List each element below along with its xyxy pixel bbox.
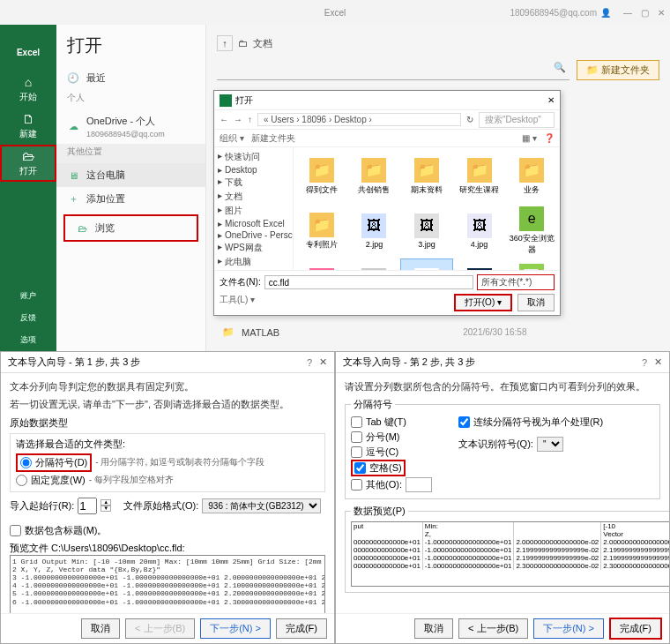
tree-item[interactable]: ▸图片	[218, 204, 289, 218]
file-item[interactable]: 📁共创销售	[349, 150, 400, 203]
file-item[interactable]: 📁得到文件	[296, 150, 347, 203]
tree-item[interactable]: ▸Desktop	[218, 164, 289, 176]
wiz1-cancel-button[interactable]: 取消	[81, 618, 120, 639]
new-folder-tb[interactable]: 新建文件夹	[251, 132, 295, 145]
onedrive-row[interactable]: ☁OneDrive - 个人1809688945@qq.com	[56, 109, 205, 144]
page-title: 打开	[56, 30, 205, 66]
filename-input[interactable]	[264, 275, 473, 289]
wiz1-finish-button[interactable]: 完成(F)	[276, 618, 327, 639]
search-input[interactable]: 🔍	[217, 60, 570, 80]
nav-up-icon[interactable]: ↑	[248, 115, 252, 124]
close-icon[interactable]: ✕	[654, 356, 662, 368]
open-places-panel: 打开 🕘最近 个人 ☁OneDrive - 个人1809688945@qq.co…	[56, 25, 206, 351]
wiz2-cancel-button[interactable]: 取消	[414, 618, 453, 639]
start-row-input[interactable]	[78, 498, 97, 514]
nav-fwd-icon[interactable]: →	[234, 115, 242, 124]
origin-select[interactable]: 936 : 简体中文(GB2312)	[202, 498, 321, 513]
tree-item[interactable]: ▸此电脑	[218, 255, 289, 269]
file-item[interactable]: 📈Engauge Digitizer	[506, 259, 557, 270]
nav-back-icon[interactable]: ←	[220, 115, 228, 124]
this-pc-row[interactable]: 🖥这台电脑	[56, 163, 205, 187]
file-item[interactable]: ▣CAJViewer	[349, 259, 400, 270]
other-delim-input[interactable]	[406, 477, 432, 492]
sidebar-options[interactable]: 选项	[20, 329, 36, 351]
tree-item[interactable]: ▸文档	[218, 190, 289, 204]
help-icon[interactable]: ❓	[544, 133, 555, 143]
folder-plus-icon: 📁	[586, 64, 599, 75]
file-item[interactable]: 🖼3.jpg	[401, 205, 452, 258]
up-arrow-icon[interactable]: ↑	[217, 35, 233, 51]
wiz2-next-button[interactable]: 下一步(N) >	[533, 618, 604, 639]
radio-delimited[interactable]: 分隔符号(D)	[16, 453, 92, 472]
ck-space[interactable]: 空格(S)	[351, 460, 406, 476]
file-grid: 📁得到文件📁共创销售📁期末资料📁研究生课程📁业务📁专利照片🖼2.jpg🖼3.jp…	[294, 147, 560, 270]
user-account[interactable]: 1809688945@qq.com👤	[510, 8, 611, 18]
file-item[interactable]: 🖼4.jpg	[454, 205, 505, 258]
file-item[interactable]: ◫bilibili	[296, 259, 347, 270]
dialog-search[interactable]: 搜索"Desktop"	[479, 112, 555, 128]
ck-semicolon[interactable]: 分号(M)	[351, 430, 432, 445]
text-qualifier-select[interactable]: "	[537, 437, 563, 452]
folder-icon: 🗁	[76, 223, 88, 234]
tree-item[interactable]: ▸下载	[218, 176, 289, 190]
headers-checkbox[interactable]: 数据包含标题(M)。	[10, 523, 325, 538]
file-item[interactable]: 📁研究生课程	[454, 150, 505, 203]
recent-item[interactable]: 📁 MATLAB 2021/6/30 16:58	[222, 326, 527, 338]
close-icon[interactable]: ✕	[319, 356, 327, 368]
sidebar-open[interactable]: 🗁打开	[0, 145, 56, 182]
file-item[interactable]: 📁期末资料	[401, 150, 452, 203]
ck-tab[interactable]: Tab 键(T)	[351, 415, 432, 430]
file-item[interactable]: 📁专利照片	[296, 205, 347, 258]
wiz2-desc: 请设置分列数据所包含的分隔符号。在预览窗口内可看到分列的效果。	[345, 380, 660, 393]
sidebar-new[interactable]: 🗋新建	[0, 108, 56, 145]
breadcrumb[interactable]: « Users › 18096 › Desktop ›	[257, 113, 461, 126]
view-icon[interactable]: ▦ ▾	[522, 133, 537, 143]
help-icon[interactable]: ?	[642, 357, 647, 368]
wizard1-title: 文本导入向导 - 第 1 步, 共 3 步	[8, 356, 140, 369]
add-location-row[interactable]: ＋添加位置	[56, 187, 205, 211]
sidebar-account[interactable]: 账户	[20, 285, 36, 307]
tree-item[interactable]: ▸Microsoft Excel	[218, 218, 289, 229]
file-filter-dropdown[interactable]: 所有文件(*.*)	[477, 274, 555, 290]
wiz1-next-button[interactable]: 下一步(N) >	[200, 618, 271, 639]
open-button[interactable]: 打开(O) ▾	[454, 294, 512, 311]
cancel-button[interactable]: 取消	[517, 294, 555, 311]
radio-fixed-width[interactable]: 固定宽度(W) - 每列字段加空格对齐	[16, 473, 319, 488]
tree-item[interactable]: ▸OneDrive - Persc	[218, 229, 289, 241]
browse-row[interactable]: 🗁浏览	[63, 214, 198, 242]
tree-item[interactable]: ▸WPS网盘	[218, 241, 289, 255]
current-path: 文档	[253, 37, 272, 50]
help-icon[interactable]: ?	[307, 357, 312, 368]
spinner[interactable]: ▲▼	[100, 499, 111, 512]
refresh-icon[interactable]: ↻	[466, 115, 473, 124]
maximize-icon[interactable]: ▢	[641, 8, 649, 18]
new-folder-button[interactable]: 📁 新建文件夹	[577, 60, 659, 80]
ck-comma[interactable]: 逗号(C)	[351, 445, 432, 460]
file-item[interactable]: 📁业务	[506, 150, 557, 203]
ck-other[interactable]: 其他(O):	[351, 476, 432, 493]
folder-tree[interactable]: ▸快速访问▸Desktop▸下载▸文档▸图片▸Microsoft Excel▸O…	[214, 147, 294, 270]
pc-icon: 🖥	[67, 170, 79, 181]
file-item[interactable]: e360安全浏览器	[506, 205, 557, 258]
wiz2-back-button[interactable]: < 上一步(B)	[458, 618, 528, 639]
minimize-icon[interactable]: —	[623, 8, 632, 18]
wiz2-finish-button[interactable]: 完成(F)	[609, 618, 662, 640]
section-other: 其他位置	[56, 144, 205, 163]
section-personal: 个人	[56, 90, 205, 109]
dialog-close-icon[interactable]: ✕	[547, 95, 555, 105]
file-item[interactable]: ▶DeepL	[454, 259, 505, 270]
close-icon[interactable]: ✕	[658, 8, 665, 18]
sidebar-home[interactable]: ⌂开始	[0, 71, 56, 108]
preview-table[interactable]: putMin:[-10-10mm20mm]Max:[10mm10mm25mm]Z…	[351, 521, 669, 587]
tree-item[interactable]: ▸快速访问	[218, 150, 289, 164]
ck-consecutive[interactable]: 连续分隔符号视为单个处理(R)	[458, 415, 603, 430]
recent-row[interactable]: 🕘最近	[56, 66, 205, 90]
organize-menu[interactable]: 组织 ▾	[220, 132, 244, 145]
filename-label: 文件名(N):	[220, 276, 261, 288]
sidebar-feedback[interactable]: 反馈	[20, 307, 36, 329]
excel-logo-icon	[220, 94, 232, 107]
tools-menu[interactable]: 工具(L) ▾	[220, 294, 255, 311]
file-item[interactable]: ❏cc.fld	[401, 259, 452, 270]
preview-box[interactable]: 1 Grid Output Min: [-10 -10mm 20mm] Max:…	[10, 555, 325, 613]
file-item[interactable]: 🖼2.jpg	[349, 205, 400, 258]
